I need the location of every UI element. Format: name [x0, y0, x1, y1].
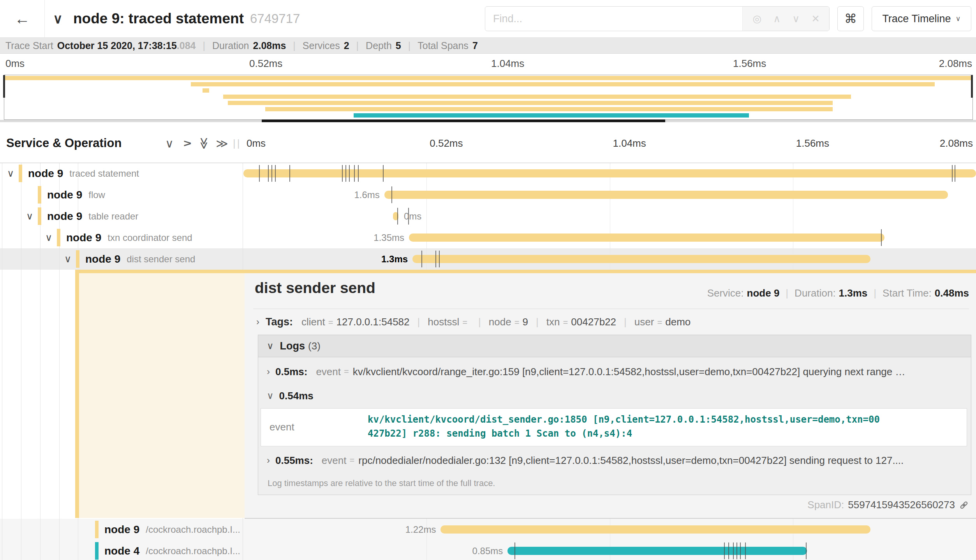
span-log-tick: [745, 542, 746, 559]
double-chevron-down-icon: ≫: [198, 137, 211, 149]
summary-separator: |: [408, 40, 411, 51]
logs-header[interactable]: ∨ Logs (3): [258, 335, 971, 357]
span-operation-name: /cockroach.roachpb.I...: [146, 524, 240, 535]
span-service-name: node 9: [66, 232, 101, 244]
span-operation-name: txn coordinator send: [107, 232, 192, 243]
trace-title-collapse-toggle[interactable]: ∨: [53, 0, 63, 37]
summary-item-suffix: .084: [177, 40, 196, 51]
span-service-color-bar: [95, 521, 99, 538]
minimap-canvas[interactable]: [4, 75, 973, 120]
span-log-tick: [289, 165, 290, 182]
chevron-right-icon: ›: [256, 316, 259, 327]
span-row-name[interactable]: node 9table reader: [47, 205, 138, 227]
trace-id: 6749717: [250, 11, 300, 26]
span-log-tick: [268, 165, 269, 182]
minimap-right-scrubber[interactable]: [971, 75, 973, 98]
span-service-color-bar: [38, 186, 41, 204]
find-input[interactable]: [485, 7, 742, 30]
summary-item-label: Trace Start: [5, 40, 53, 51]
timeline-tick-label: 1.04ms: [613, 124, 646, 163]
span-duration-bar[interactable]: [412, 255, 870, 263]
link-icon[interactable]: [959, 500, 969, 510]
log-entry[interactable]: ∨0.54ms: [267, 387, 322, 404]
span-service-name: node 9: [47, 210, 82, 223]
span-log-tick: [736, 542, 737, 559]
span-row-name[interactable]: node 9traced statement: [28, 163, 139, 184]
find-prev-icon[interactable]: ∧: [773, 13, 780, 25]
service-label: Service:: [707, 287, 744, 299]
tag-equals: =: [563, 318, 568, 327]
span-service-name: node 9: [104, 523, 139, 536]
collapse-all-icon[interactable]: ≫: [197, 124, 212, 163]
span-service-color-bar: [38, 207, 41, 225]
start-time-value: 0.48ms: [935, 287, 969, 299]
span-duration-bar[interactable]: [440, 525, 870, 534]
span-row-expander[interactable]: ∨: [64, 248, 71, 270]
minimap-scrollbar-thumb[interactable]: [262, 119, 665, 122]
span-id-value: 5597415943526560273: [848, 499, 955, 511]
trace-name: node 9: traced statement: [73, 11, 244, 27]
trace-view-dropdown-label: Trace Timeline: [882, 13, 951, 25]
service-operation-header: Service & Operation: [6, 124, 122, 163]
chevron-down-icon: ∨: [165, 137, 174, 150]
span-id-row: SpanID: 5597415943526560273: [807, 499, 969, 511]
keyboard-shortcuts-button[interactable]: ⌘: [837, 6, 864, 31]
find-clear-icon[interactable]: ✕: [811, 13, 820, 25]
span-detail-title: dist sender send: [255, 279, 375, 297]
timeline-tick-label: 1.56ms: [796, 124, 829, 163]
expand-one-icon[interactable]: ∨: [179, 124, 195, 163]
summary-item-label: Duration: [212, 40, 249, 51]
span-log-tick: [724, 542, 725, 559]
collapse-one-icon[interactable]: ∨: [162, 124, 177, 163]
timeline-tick-label: 0ms: [247, 124, 266, 163]
tag-key: node: [489, 316, 511, 328]
tag-separator: |: [536, 316, 539, 328]
span-log-tick: [806, 542, 807, 559]
meta-separator: |: [786, 287, 788, 299]
span-row-name[interactable]: node 9/cockroach.roachpb.I...: [104, 519, 240, 540]
tag-equals: =: [462, 318, 467, 327]
log-entry[interactable]: ›0.55ms:event=rpc/nodedialer/nodedialer.…: [267, 452, 904, 469]
span-detail-accent-bar: [75, 270, 79, 518]
span-operation-name: /cockroach.roachpb.I...: [146, 546, 240, 556]
span-row-name[interactable]: node 4/cockroach.roachpb.I...: [104, 540, 240, 560]
tag-equals: =: [657, 318, 662, 327]
span-detail-indent-fill: [79, 273, 245, 518]
span-log-tick: [271, 165, 272, 182]
expand-all-icon[interactable]: ≫: [214, 124, 230, 163]
duration-value: 1.3ms: [839, 287, 868, 299]
minimap-tick-label: 1.04ms: [491, 58, 524, 70]
tags-row[interactable]: › Tags: client=127.0.0.1:54582|hostssl=|…: [256, 312, 691, 332]
span-duration-label: 1.3ms: [381, 254, 408, 265]
span-service-color-bar: [76, 250, 79, 268]
span-row-name[interactable]: node 9dist sender send: [85, 248, 195, 270]
chevron-right-icon: ›: [267, 366, 270, 377]
column-resize-grip[interactable]: ||: [233, 135, 241, 151]
span-row-expander[interactable]: ∨: [45, 227, 52, 248]
summary-separator: |: [293, 40, 296, 51]
minimap-left-scrubber[interactable]: [3, 75, 5, 98]
span-duration-bar[interactable]: [409, 233, 884, 242]
chevron-down-icon: ∨: [64, 253, 71, 265]
log-timestamp: 0.54ms: [279, 390, 314, 402]
tag-value: 9: [523, 316, 528, 328]
log-entry[interactable]: ›0.5ms:event=kv/kvclient/kvcoord/range_i…: [267, 363, 906, 380]
span-row-name[interactable]: node 9txn coordinator send: [66, 227, 192, 248]
tags-label: Tags:: [266, 316, 293, 328]
minimap-span-bar: [5, 76, 972, 80]
command-icon: ⌘: [844, 11, 857, 26]
match-highlight-icon[interactable]: ◎: [752, 13, 761, 25]
span-duration-bar[interactable]: [507, 547, 807, 555]
logs-footer-note: Log timestamps are relative to the start…: [268, 478, 495, 488]
span-row-expander[interactable]: ∨: [7, 163, 14, 184]
span-duration-bar[interactable]: [243, 169, 976, 177]
span-row-expander[interactable]: ∨: [26, 205, 33, 227]
find-next-icon[interactable]: ∨: [792, 13, 800, 25]
trace-view-dropdown[interactable]: Trace Timeline ∨: [872, 6, 971, 31]
minimap-tick-label: 0ms: [5, 58, 25, 70]
span-log-tick: [391, 186, 392, 203]
span-duration-bar[interactable]: [384, 191, 948, 199]
span-log-tick: [435, 251, 436, 267]
span-row-name[interactable]: node 9flow: [47, 184, 105, 205]
back-button[interactable]: ←: [0, 0, 45, 37]
